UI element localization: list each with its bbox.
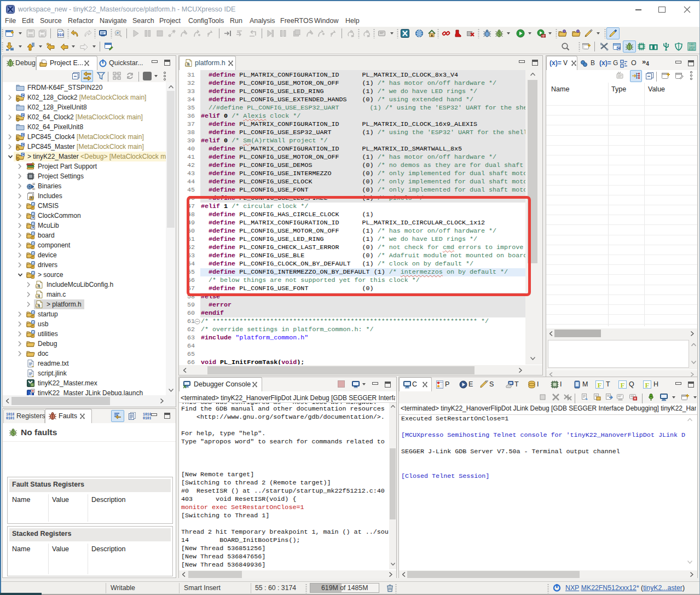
svg-text:h: h xyxy=(31,197,33,200)
svg-text:0101: 0101 xyxy=(143,417,151,420)
svg-text:C: C xyxy=(21,143,24,147)
svg-text:S: S xyxy=(16,98,19,102)
svg-text:C: C xyxy=(32,262,34,265)
svg-text:C: C xyxy=(32,203,34,206)
svg-text:S: S xyxy=(16,137,19,141)
svg-text:.h: .h xyxy=(36,284,40,288)
svg-text:C: C xyxy=(21,94,24,97)
svg-text:C: C xyxy=(21,153,24,157)
svg-text:S: S xyxy=(16,118,19,122)
svg-text:C: C xyxy=(32,212,34,216)
svg-text:C: C xyxy=(32,242,34,245)
svg-text:S: S xyxy=(16,157,19,161)
svg-text:.h: .h xyxy=(36,304,40,308)
svg-text:C: C xyxy=(32,232,34,235)
svg-text:.c: .c xyxy=(36,294,40,298)
svg-text:F: F xyxy=(598,381,602,389)
svg-text:C: C xyxy=(32,271,34,275)
svg-text:C: C xyxy=(32,321,34,324)
svg-text:0101: 0101 xyxy=(689,48,695,51)
svg-text:C: C xyxy=(32,222,34,226)
svg-text:C: C xyxy=(21,113,24,117)
svg-text:F: F xyxy=(645,381,650,389)
svg-text:010: 010 xyxy=(57,33,64,37)
svg-text:1010: 1010 xyxy=(143,413,151,417)
svg-text:10: 10 xyxy=(32,182,35,186)
svg-text:C: C xyxy=(21,133,24,137)
svg-text:.h: .h xyxy=(185,62,189,67)
svg-text:C: C xyxy=(32,311,34,314)
svg-text:0101: 0101 xyxy=(6,417,14,420)
svg-text:F: F xyxy=(621,381,625,389)
svg-text:C: C xyxy=(617,47,620,50)
svg-text:C: C xyxy=(32,252,34,255)
svg-text:C: C xyxy=(32,331,34,334)
svg-text:1010: 1010 xyxy=(6,413,14,417)
